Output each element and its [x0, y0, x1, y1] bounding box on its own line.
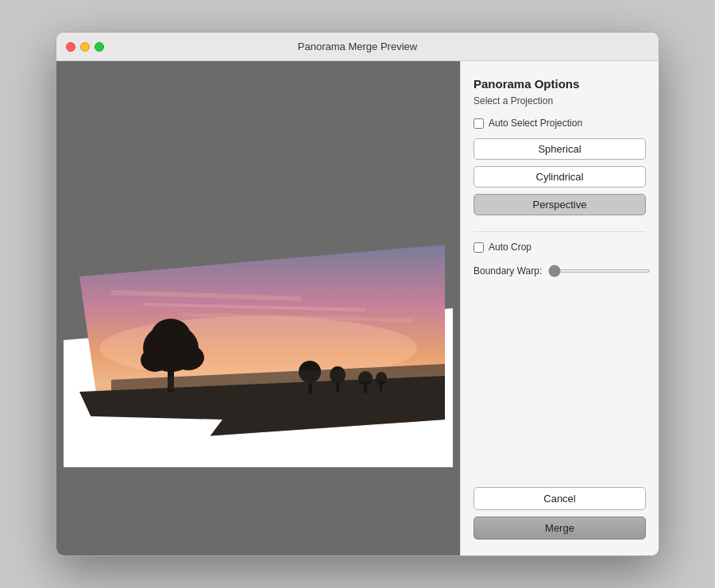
- cylindrical-button[interactable]: Cylindrical: [473, 166, 646, 188]
- maximize-button[interactable]: [95, 42, 104, 52]
- divider-1: [473, 231, 646, 232]
- auto-crop-label[interactable]: Auto Crop: [489, 242, 531, 253]
- auto-select-checkbox[interactable]: [473, 118, 484, 129]
- main-window: Panorama Merge Preview: [56, 32, 659, 556]
- spacer: [473, 277, 646, 478]
- boundary-warp-row: Boundary Warp: 0: [473, 265, 646, 277]
- boundary-warp-label: Boundary Warp:: [473, 265, 542, 277]
- traffic-lights: [66, 42, 104, 52]
- select-projection-label: Select a Projection: [473, 95, 646, 106]
- content-area: Panorama Options Select a Projection Aut…: [56, 61, 659, 555]
- footer-buttons: Cancel Merge: [473, 478, 646, 540]
- merge-button[interactable]: Merge: [473, 516, 646, 540]
- panorama-image: [64, 181, 453, 467]
- boundary-warp-slider[interactable]: [548, 269, 651, 273]
- panorama-preview: [64, 181, 453, 467]
- minimize-button[interactable]: [80, 42, 90, 52]
- preview-panel: [56, 61, 460, 555]
- options-panel: Panorama Options Select a Projection Aut…: [460, 61, 659, 555]
- close-button[interactable]: [66, 42, 75, 52]
- boundary-warp-value: 0: [657, 265, 659, 277]
- auto-crop-row: Auto Crop: [473, 242, 646, 253]
- perspective-button[interactable]: Perspective: [473, 194, 646, 215]
- titlebar: Panorama Merge Preview: [56, 33, 659, 61]
- svg-point-13: [151, 319, 191, 354]
- cancel-button[interactable]: Cancel: [473, 487, 646, 510]
- spherical-button[interactable]: Spherical: [473, 138, 646, 160]
- options-title: Panorama Options: [473, 77, 646, 91]
- auto-select-row: Auto Select Projection: [473, 118, 646, 129]
- window-title: Panorama Merge Preview: [298, 41, 417, 52]
- auto-crop-checkbox[interactable]: [473, 242, 484, 253]
- auto-select-label[interactable]: Auto Select Projection: [489, 118, 582, 129]
